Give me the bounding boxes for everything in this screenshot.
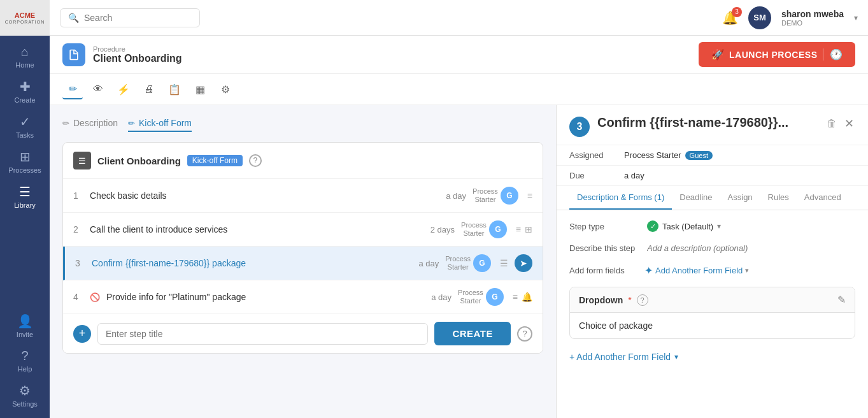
sidebar-item-processes[interactable]: ⊞ Processes: [0, 143, 50, 178]
toolbar-settings[interactable]: ⚙: [215, 79, 236, 99]
tab-description[interactable]: ✏ Description: [62, 115, 118, 132]
user-name: sharon mweba: [781, 9, 844, 19]
launch-process-button[interactable]: 🚀 LAUNCH PROCESS 🕐: [699, 42, 855, 67]
avatar-3: G: [473, 254, 491, 272]
tab-deadline[interactable]: Deadline: [672, 186, 720, 210]
help-icon[interactable]: ?: [249, 154, 262, 167]
step-title-2: Call the client to introduce services: [90, 224, 416, 234]
tab-assign[interactable]: Assign: [720, 186, 760, 210]
add-field-row: Add form fields ✦ Add Another Form Field…: [569, 264, 855, 277]
add-another-chevron: ▾: [674, 352, 678, 361]
sidebar-item-help[interactable]: ? Help: [0, 342, 50, 377]
procedure-name: Client Onboarding: [93, 53, 182, 64]
toolbar-edit[interactable]: ✏: [62, 79, 83, 99]
step-badge: 3: [569, 117, 590, 137]
step-arrow-3[interactable]: ➤: [515, 254, 532, 272]
notif-badge: 3: [732, 7, 742, 17]
kickoff-icon: ✏: [128, 119, 135, 128]
meta-assignee: Process Starter Guest: [624, 150, 713, 160]
field-edit-icon[interactable]: ✎: [837, 294, 846, 306]
form-content: Step type ✓ Task (Default) ▾ Describe th…: [557, 210, 868, 418]
close-icon[interactable]: ✕: [843, 115, 855, 132]
tab-desc-forms[interactable]: Description & Forms (1): [569, 186, 672, 210]
toolbar-copy[interactable]: 📋: [164, 79, 185, 99]
pencil-icon: ✏: [62, 119, 69, 128]
tasks-icon: ✓: [20, 114, 31, 129]
sidebar-item-tasks[interactable]: ✓ Tasks: [0, 108, 50, 143]
assignee-label-1: ProcessStarter: [473, 187, 498, 204]
step-duration-2: 2 days: [423, 225, 455, 234]
step-title-3: Confirm {{first-name-179680}} package: [92, 258, 401, 268]
sidebar-item-settings[interactable]: ⚙ Settings: [0, 377, 50, 412]
user-dropdown-icon[interactable]: ▾: [854, 13, 858, 22]
step-type-label: Step type: [569, 222, 639, 231]
step-actions-2: ≡ ⊞: [516, 224, 532, 234]
step-title-input[interactable]: [97, 323, 428, 345]
sidebar-item-invite[interactable]: 👤 Invite: [0, 307, 50, 342]
desc-label: Describe this step: [569, 241, 639, 253]
right-panel-header: 3 Confirm {{first-name-179680}}... 🗑 ✕: [557, 105, 868, 145]
toolbar-automation[interactable]: ⚡: [113, 79, 134, 99]
steps-header-title: Client Onboarding: [97, 155, 181, 166]
sidebar-item-home[interactable]: ⌂ Home: [0, 38, 50, 73]
left-panel: ✏ Description ✏ Kick-off Form ☰ Client O…: [50, 105, 556, 418]
list-icon-4[interactable]: ≡: [513, 292, 518, 302]
list-icon-3[interactable]: ☰: [500, 258, 508, 268]
tab-rules-label: Rules: [768, 192, 789, 202]
avatar-1: G: [501, 187, 518, 205]
list-icon-2[interactable]: ≡: [516, 224, 521, 234]
create-button[interactable]: CREATE: [434, 322, 511, 345]
delete-icon[interactable]: 🗑: [827, 118, 837, 129]
field-value: Choice of package: [570, 313, 855, 338]
step-duration-4: a day: [420, 292, 452, 302]
field-card-header: Dropdown * ? ✎: [570, 287, 855, 313]
toolbar-view[interactable]: 👁: [88, 79, 108, 99]
field-card-dropdown: Dropdown * ? ✎ Choice of package: [569, 287, 855, 339]
notification-bell[interactable]: 🔔 3: [722, 10, 738, 25]
settings-icon: ⚙: [19, 383, 31, 398]
tab-rules[interactable]: Rules: [760, 186, 797, 210]
grid-icon-2[interactable]: ⊞: [525, 224, 532, 234]
procedure-bar: Procedure Client Onboarding 🚀 LAUNCH PRO…: [50, 36, 868, 74]
toolbar-embed[interactable]: ▦: [190, 79, 210, 99]
field-type-label: Dropdown: [579, 295, 623, 305]
help-icon: ?: [21, 349, 28, 363]
step-row-active[interactable]: 3 Confirm {{first-name-179680}} package …: [63, 247, 543, 280]
tab-assign-label: Assign: [728, 192, 753, 202]
user-org: DEMO: [781, 19, 844, 27]
step-row[interactable]: 2 Call the client to introduce services …: [63, 213, 543, 247]
search-icon: 🔍: [68, 13, 79, 23]
add-another-form-field-button[interactable]: + Add Another Form Field ▾: [569, 349, 855, 364]
add-step-button[interactable]: +: [73, 325, 91, 343]
sidebar-label-invite: Invite: [17, 331, 33, 338]
tab-kickoff-form[interactable]: ✏ Kick-off Form: [128, 115, 192, 132]
user-avatar[interactable]: SM: [748, 6, 771, 29]
desc-input[interactable]: [647, 241, 855, 256]
tab-description-label: Description: [73, 118, 118, 128]
step-row[interactable]: 1 Check basic details a day ProcessStart…: [63, 179, 543, 213]
step-row[interactable]: 4 🚫 Provide info for "Platinum" package …: [63, 280, 543, 314]
step-assignee-3: ProcessStarter G: [445, 254, 491, 272]
add-form-field-button[interactable]: ✦ Add Another Form Field ▾: [644, 264, 749, 277]
tab-deadline-label: Deadline: [679, 192, 712, 202]
list-icon-1[interactable]: ≡: [527, 191, 532, 201]
meta-assigned-row: Assigned Process Starter Guest: [557, 145, 868, 166]
check-circle-icon: ✓: [647, 220, 658, 232]
user-info[interactable]: sharon mweba DEMO: [781, 9, 844, 27]
tab-advanced[interactable]: Advanced: [797, 186, 849, 210]
bell-icon-4[interactable]: 🔔: [522, 292, 532, 302]
help-question-icon[interactable]: ?: [517, 326, 532, 342]
step-type-select[interactable]: ✓ Task (Default) ▾: [647, 220, 721, 232]
step-type-value: Task (Default): [662, 222, 713, 231]
sidebar-item-library[interactable]: ☰ Library: [0, 178, 50, 213]
sidebar-label-settings: Settings: [12, 400, 38, 408]
assignee-label-3: ProcessStarter: [445, 255, 471, 271]
search-box[interactable]: 🔍: [60, 8, 200, 27]
step-title-4: Provide info for "Platinum" package: [106, 292, 413, 302]
toolbar-print[interactable]: 🖨: [139, 79, 159, 99]
topbar-right: 🔔 3 SM sharon mweba DEMO ▾: [722, 6, 858, 29]
field-help-icon[interactable]: ?: [637, 294, 648, 306]
kickoff-tag: Kick-off Form: [187, 155, 243, 166]
sidebar-item-create[interactable]: ✚ Create: [0, 73, 50, 108]
search-input[interactable]: [84, 13, 192, 23]
